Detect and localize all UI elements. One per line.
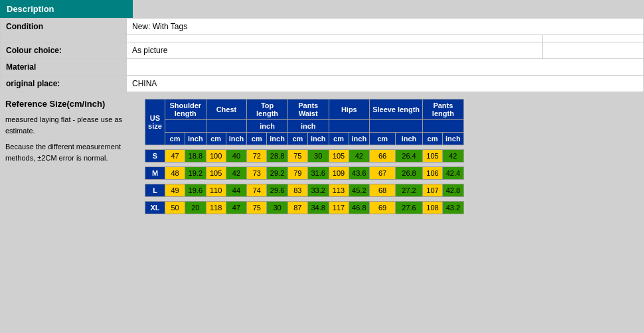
unit-chest-inch: inch (226, 133, 247, 145)
description-label: Description (7, 4, 54, 14)
xl-top-cm: 75 (247, 202, 267, 214)
s-shoulder-cm: 47 (165, 150, 185, 163)
xl-sleeve-inch: 27.6 (396, 202, 423, 214)
l-shoulder-cm: 49 (165, 184, 185, 197)
spacer-4 (145, 197, 464, 202)
m-chest-inch: 42 (226, 167, 247, 180)
s-chest-cm: 100 (206, 150, 226, 163)
size-l: L (145, 184, 165, 197)
left-panel: Reference Size(cm/inch) measured laying … (0, 92, 139, 221)
chest-sub (206, 120, 247, 133)
size-table: USsize Shoulderlength Chest Toplength Pa… (145, 99, 464, 214)
sleeve-sub (370, 120, 423, 133)
size-s: S (145, 150, 165, 163)
info-row-condition: Condition New: With Tags (1, 19, 644, 35)
size-table-wrapper: USsize Shoulderlength Chest Toplength Pa… (139, 92, 644, 221)
xl-pants-l-inch: 43.2 (443, 202, 464, 214)
unit-sleeve-inch: inch (396, 133, 423, 145)
pants-w-sub: inch (287, 120, 329, 133)
hips-sub (329, 120, 370, 133)
hips-header: Hips (329, 100, 370, 120)
s-pants-w-inch: 30 (307, 150, 329, 163)
size-m: M (145, 167, 165, 180)
ref-desc1: measured laying flat - please use as est… (5, 114, 134, 136)
m-shoulder-cm: 48 (165, 167, 185, 180)
unit-chest-cm: cm (206, 133, 226, 145)
header-row-2: inch inch (145, 120, 464, 133)
table-row-s: S 47 18.8 100 40 72 28.8 75 30 105 42 66… (145, 150, 464, 163)
l-pants-w-cm: 83 (287, 184, 307, 197)
xl-top-inch: 30 (267, 202, 288, 214)
m-sleeve-inch: 26.8 (396, 167, 423, 180)
ref-desc2: Because the different measurement method… (5, 141, 134, 163)
s-pants-w-cm: 75 (287, 150, 307, 163)
info-row-empty (1, 35, 644, 42)
unit-top-cm: cm (247, 133, 267, 145)
m-chest-cm: 105 (206, 167, 226, 180)
shoulder-sub (165, 120, 206, 133)
us-size-header: USsize (145, 100, 165, 145)
l-pants-l-cm: 107 (423, 184, 443, 197)
header-row-1: USsize Shoulderlength Chest Toplength Pa… (145, 100, 464, 120)
top-sub: inch (247, 120, 288, 133)
m-pants-l-cm: 106 (423, 167, 443, 180)
unit-hips-inch: inch (349, 133, 370, 145)
spacer-3 (145, 180, 464, 184)
s-top-inch: 28.8 (267, 150, 288, 163)
m-pants-w-cm: 79 (287, 167, 307, 180)
unit-pants-l-cm: cm (423, 133, 443, 145)
origin-label: original place: (1, 76, 127, 92)
top-length-header: Toplength (247, 100, 288, 120)
colour-extra (543, 42, 644, 59)
table-row-xl: XL 50 20 118 47 75 30 87 34.8 117 46.8 6… (145, 202, 464, 214)
l-pants-l-inch: 42.8 (443, 184, 464, 197)
condition-value: New: With Tags (127, 19, 644, 35)
s-top-cm: 72 (247, 150, 267, 163)
page-wrapper: Description Condition New: With Tags Col… (0, 0, 644, 221)
header-units-row: cm inch cm inch cm inch cm inch cm inch … (145, 133, 464, 145)
s-shoulder-inch: 18.8 (185, 150, 206, 163)
xl-chest-cm: 118 (206, 202, 226, 214)
size-xl: XL (145, 202, 165, 214)
empty-value (127, 35, 543, 42)
m-top-inch: 29.2 (267, 167, 288, 180)
xl-chest-inch: 47 (226, 202, 247, 214)
s-hips-inch: 42 (349, 150, 370, 163)
unit-pants-w-inch: inch (307, 133, 329, 145)
sleeve-header: Sleeve length (370, 100, 423, 120)
info-row-material: Material (1, 59, 644, 76)
l-chest-cm: 110 (206, 184, 226, 197)
shoulder-header: Shoulderlength (165, 100, 206, 120)
m-shoulder-inch: 19.2 (185, 167, 206, 180)
colour-value: As picture (127, 42, 543, 59)
s-sleeve-inch: 26.4 (396, 150, 423, 163)
description-header: Description (0, 0, 133, 18)
info-row-origin: original place: CHINA (1, 76, 644, 92)
s-pants-l-cm: 105 (423, 150, 443, 163)
l-hips-cm: 113 (329, 184, 349, 197)
pants-length-header: Pantslength (423, 100, 464, 120)
spacer-2 (145, 163, 464, 167)
unit-shoulder-inch: inch (185, 133, 206, 145)
empty-label (1, 35, 127, 42)
l-sleeve-inch: 27.2 (396, 184, 423, 197)
m-hips-inch: 43.6 (349, 167, 370, 180)
table-row-m: M 48 19.2 105 42 73 29.2 79 31.6 109 43.… (145, 167, 464, 180)
m-sleeve-cm: 67 (370, 167, 396, 180)
xl-pants-w-cm: 87 (287, 202, 307, 214)
chest-header: Chest (206, 100, 247, 120)
xl-pants-w-inch: 34.8 (307, 202, 329, 214)
reference-section: Reference Size(cm/inch) measured laying … (0, 92, 644, 221)
colour-label: Colour choice: (1, 42, 127, 59)
table-row-l: L 49 19.6 110 44 74 29.6 83 33.2 113 45.… (145, 184, 464, 197)
unit-hips-cm: cm (329, 133, 349, 145)
m-pants-l-inch: 42.4 (443, 167, 464, 180)
l-pants-w-inch: 33.2 (307, 184, 329, 197)
m-pants-w-inch: 31.6 (307, 167, 329, 180)
empty-value2 (543, 35, 644, 42)
xl-hips-cm: 117 (329, 202, 349, 214)
spacer-1 (145, 145, 464, 150)
l-chest-inch: 44 (226, 184, 247, 197)
unit-sleeve-cm: cm (370, 133, 396, 145)
unit-pants-l-inch: inch (443, 133, 464, 145)
